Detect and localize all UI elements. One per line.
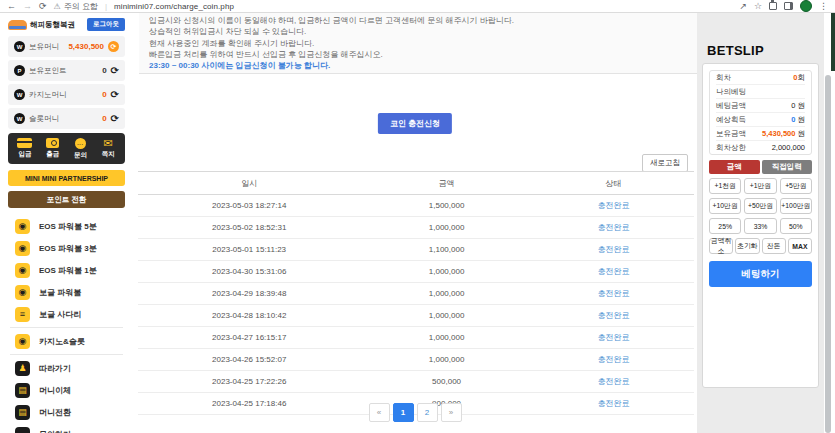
refresh-balance-icon[interactable]: ⟳	[111, 114, 119, 124]
page-next-button[interactable]: »	[441, 403, 462, 422]
side-panel-icon[interactable]	[784, 2, 793, 10]
ladder-icon	[15, 307, 30, 322]
partnership-button[interactable]: MINI MINI PARTNERSHIP	[8, 170, 125, 186]
small-change-button[interactable]: 잔돈	[762, 238, 786, 254]
add-1m-button[interactable]: +100만원	[780, 198, 812, 214]
summary-row-round: 회차 0회	[716, 71, 805, 85]
status-link[interactable]: 충전완료	[597, 377, 629, 386]
add-50k-button[interactable]: +5만원	[780, 178, 812, 194]
summary-value: 5,430,500	[762, 129, 795, 138]
cell-datetime: 2023-05-01 15:11:23	[138, 239, 360, 261]
percent-25-button[interactable]: 25%	[709, 218, 741, 234]
status-link[interactable]: 충전완료	[597, 311, 629, 320]
status-link[interactable]: 충전완료	[597, 355, 629, 364]
share-icon[interactable]: ↗	[739, 2, 747, 11]
sidebar-item-bogle-ladder[interactable]: 보글 사다리	[0, 303, 133, 325]
tab-amount[interactable]: 금액	[709, 160, 760, 174]
casino-icon	[15, 334, 30, 349]
page-scrollbar-thumb[interactable]	[825, 75, 831, 433]
sidebar-item-eos-powerball-5[interactable]: EOS 파워볼 5분	[0, 215, 133, 237]
site-logo-icon[interactable]	[8, 20, 27, 30]
point-convert-button[interactable]: 포인트 전환	[8, 191, 125, 208]
deposit-button[interactable]: 입금	[11, 138, 39, 160]
won-badge-icon: W	[14, 113, 25, 124]
add-100k-button[interactable]: +10만원	[709, 198, 741, 214]
page-prev-button[interactable]: «	[369, 403, 390, 422]
extensions-icon[interactable]	[769, 2, 777, 10]
coin-charge-request-button[interactable]: 코인 충전신청	[378, 113, 452, 134]
sidebar-item-money-transfer[interactable]: 머니이체	[0, 379, 133, 401]
add-10k-button[interactable]: +1만원	[744, 178, 776, 194]
menu-divider	[10, 327, 123, 328]
cell-amount: 1,000,000	[360, 217, 532, 239]
status-link[interactable]: 충전완료	[597, 289, 629, 298]
sidebar-item-eos-powerball-1[interactable]: EOS 파워볼 1분	[0, 259, 133, 281]
withdraw-button[interactable]: 출금	[39, 138, 67, 160]
betslip-summary: 회차 0회 나의베팅 베팅금액 0 원 예상획득 0 원 보유금액 5,430,…	[709, 70, 812, 155]
forward-icon[interactable]: →	[23, 2, 32, 11]
status-link[interactable]: 충전완료	[597, 333, 629, 342]
sidebar-item-eos-powerball-3[interactable]: EOS 파워볼 3분	[0, 237, 133, 259]
status-link[interactable]: 충전완료	[597, 267, 629, 276]
sidebar-item-money-convert[interactable]: 머니전환	[0, 401, 133, 423]
chrome-menu-icon[interactable]: ⋮	[819, 2, 828, 11]
cancel-amount-button[interactable]: 금액취소	[709, 238, 733, 254]
sidebar-item-bogle-powerball[interactable]: 보글 파워볼	[0, 281, 133, 303]
table-row: 2023-04-27 16:15:17 1,000,000 충전완료	[138, 327, 694, 349]
money-convert-icon	[15, 405, 30, 420]
sidebar-item-follow[interactable]: 따라가기	[0, 357, 133, 379]
logout-button[interactable]: 로그아웃	[87, 18, 125, 31]
cell-status: 충전완료	[533, 371, 694, 393]
menu-label: EOS 파워볼 5분	[39, 221, 97, 232]
summary-suffix: 원	[795, 115, 805, 124]
tab-direct-input[interactable]: 직접입력	[762, 160, 813, 174]
balance-value: 0	[102, 90, 106, 99]
quick-label: 쪽지	[102, 150, 115, 159]
menu-label: 머니전환	[39, 407, 71, 418]
point-badge-icon: P	[14, 65, 25, 76]
summary-row-bet-amount: 베팅금액 0 원	[716, 99, 805, 113]
reset-button[interactable]: 초기화	[735, 238, 759, 254]
refresh-balance-icon[interactable]: ⟳	[108, 41, 119, 52]
address-url[interactable]: minimini07.com/charge_coin.php	[114, 2, 234, 11]
sidebar-item-casino-slot[interactable]: 카지노&슬롯	[0, 330, 133, 352]
balance-label: 보유포인트	[29, 66, 67, 76]
notice-line: 상습적인 허위입금시 차단 되실 수 있습니다.	[149, 26, 697, 37]
refresh-list-button[interactable]: 새로고침	[642, 154, 688, 172]
balance-label: 보유머니	[29, 42, 59, 52]
max-button[interactable]: MAX	[788, 238, 812, 254]
inquiry-button[interactable]: 문의	[67, 138, 95, 160]
add-1k-button[interactable]: +1천원	[709, 178, 741, 194]
refresh-balance-icon[interactable]: ⟳	[111, 90, 119, 100]
percent-33-button[interactable]: 33%	[744, 218, 776, 234]
site-security-chip[interactable]: ⚠ 주의 요함	[54, 1, 98, 12]
percent-50-button[interactable]: 50%	[780, 218, 812, 234]
status-link[interactable]: 충전완료	[597, 201, 629, 210]
profile-avatar[interactable]	[800, 0, 812, 12]
amount-buttons-row2: +10만원 +50만원 +100만원	[709, 198, 812, 214]
inquiry-icon	[15, 427, 30, 433]
status-link[interactable]: 충전완료	[597, 245, 629, 254]
mail-icon	[104, 138, 113, 148]
message-button[interactable]: 쪽지	[94, 138, 122, 160]
table-row: 2023-05-01 15:11:23 1,100,000 충전완료	[138, 239, 694, 261]
place-bet-button[interactable]: 베팅하기	[709, 261, 812, 287]
table-row: 2023-04-25 17:22:26 500,000 충전완료	[138, 371, 694, 393]
page-1-button[interactable]: 1	[393, 403, 414, 422]
site-logo-text[interactable]: 해피동행복권	[30, 20, 75, 30]
back-icon[interactable]: ←	[7, 2, 16, 11]
cell-datetime: 2023-04-30 15:31:06	[138, 261, 360, 283]
summary-suffix: 회	[798, 73, 806, 82]
page-2-button[interactable]: 2	[417, 403, 438, 422]
cell-status: 충전완료	[533, 261, 694, 283]
betslip-card: 회차 0회 나의베팅 베팅금액 0 원 예상획득 0 원 보유금액 5,430,…	[702, 63, 819, 388]
add-500k-button[interactable]: +50만원	[744, 198, 776, 214]
status-link[interactable]: 충전완료	[597, 223, 629, 232]
bookmark-star-icon[interactable]: ☆	[754, 2, 762, 11]
quick-label: 출금	[46, 150, 59, 159]
reload-icon[interactable]: ⟳	[39, 2, 47, 11]
table-row: 2023-04-28 18:10:42 1,000,000 충전완료	[138, 305, 694, 327]
refresh-balance-icon[interactable]: ⟳	[111, 66, 119, 76]
menu-label: 보글 사다리	[39, 309, 81, 320]
sidebar-item-inquiry[interactable]: 문의하기	[0, 423, 133, 433]
